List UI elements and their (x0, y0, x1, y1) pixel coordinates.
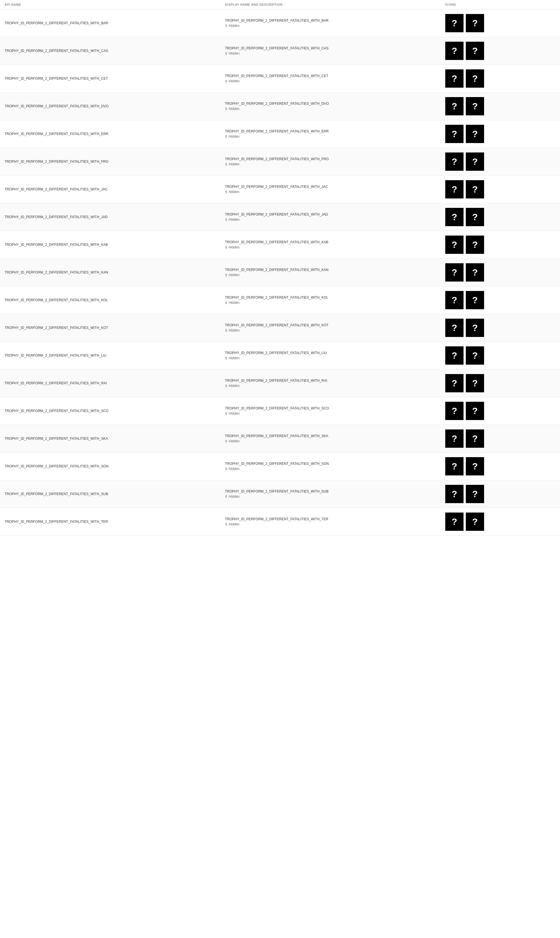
hidden-label: ⚴ Hidden. (225, 51, 442, 55)
hidden-label: ⚴ Hidden. (225, 134, 442, 139)
api-name-cell: TROPHY_ID_PERFORM_2_DIFFERENT_FATALITIES… (5, 381, 225, 385)
display-name-cell: TROPHY_ID_PERFORM_2_DIFFERENT_FATALITIES… (225, 296, 442, 300)
table-row: TROPHY_ID_PERFORM_2_DIFFERENT_FATALITIES… (0, 453, 560, 480)
icon-box-1: ? (445, 42, 463, 60)
icon-box-1: ? (445, 402, 463, 420)
hidden-label: ⚴ Hidden. (225, 328, 442, 333)
api-name-cell: TROPHY_ID_PERFORM_2_DIFFERENT_FATALITIES… (5, 21, 225, 25)
icon-box-1: ? (445, 208, 463, 226)
hidden-label: ⚴ Hidden. (225, 245, 442, 249)
table-row: TROPHY_ID_PERFORM_2_DIFFERENT_FATALITIES… (0, 370, 560, 397)
icon-box-2: ? (466, 457, 484, 476)
col-header-display: DISPLAY NAME AND DESCRIPTION (225, 3, 445, 6)
display-col: TROPHY_ID_PERFORM_2_DIFFERENT_FATALITIES… (225, 434, 445, 443)
display-col: TROPHY_ID_PERFORM_2_DIFFERENT_FATALITIES… (225, 517, 445, 526)
display-col: TROPHY_ID_PERFORM_2_DIFFERENT_FATALITIES… (225, 46, 445, 55)
icon-box-1: ? (445, 430, 463, 448)
hidden-icon: ⚴ (225, 356, 228, 360)
display-name-cell: TROPHY_ID_PERFORM_2_DIFFERENT_FATALITIES… (225, 268, 442, 272)
display-name-cell: TROPHY_ID_PERFORM_2_DIFFERENT_FATALITIES… (225, 406, 442, 410)
icon-box-1: ? (445, 69, 463, 88)
icon-box-2: ? (466, 402, 484, 420)
table-row: TROPHY_ID_PERFORM_2_DIFFERENT_FATALITIES… (0, 342, 560, 370)
icon-box-2: ? (466, 42, 484, 60)
hidden-icon: ⚴ (225, 217, 228, 222)
api-name-cell: TROPHY_ID_PERFORM_2_DIFFERENT_FATALITIES… (5, 437, 225, 441)
hidden-label: ⚴ Hidden. (225, 467, 442, 471)
hidden-text: Hidden. (229, 384, 240, 388)
icon-box-1: ? (445, 347, 463, 365)
display-name-cell: TROPHY_ID_PERFORM_2_DIFFERENT_FATALITIES… (225, 434, 442, 438)
hidden-text: Hidden. (229, 107, 240, 111)
hidden-icon: ⚴ (225, 190, 228, 194)
icons-col: ? ? (445, 347, 555, 365)
icon-box-2: ? (466, 263, 484, 282)
display-col: TROPHY_ID_PERFORM_2_DIFFERENT_FATALITIES… (225, 185, 445, 194)
api-name-cell: TROPHY_ID_PERFORM_2_DIFFERENT_FATALITIES… (5, 270, 225, 274)
hidden-label: ⚴ Hidden. (225, 494, 442, 499)
hidden-icon: ⚴ (225, 522, 228, 526)
icons-col: ? ? (445, 485, 555, 503)
icons-col: ? ? (445, 430, 555, 448)
icons-col: ? ? (445, 69, 555, 88)
hidden-text: Hidden. (229, 245, 240, 249)
hidden-text: Hidden. (229, 79, 240, 83)
icons-col: ? ? (445, 402, 555, 420)
table-row: TROPHY_ID_PERFORM_2_DIFFERENT_FATALITIES… (0, 425, 560, 453)
icon-box-1: ? (445, 457, 463, 476)
hidden-label: ⚴ Hidden. (225, 439, 442, 443)
icon-box-1: ? (445, 291, 463, 309)
hidden-text: Hidden. (229, 328, 240, 333)
icon-box-1: ? (445, 14, 463, 32)
hidden-text: Hidden. (229, 522, 240, 526)
icons-col: ? ? (445, 291, 555, 309)
table-row: TROPHY_ID_PERFORM_2_DIFFERENT_FATALITIES… (0, 259, 560, 286)
display-col: TROPHY_ID_PERFORM_2_DIFFERENT_FATALITIES… (225, 213, 445, 222)
icon-box-2: ? (466, 69, 484, 88)
icons-col: ? ? (445, 374, 555, 392)
api-name-cell: TROPHY_ID_PERFORM_2_DIFFERENT_FATALITIES… (5, 464, 225, 468)
icon-box-2: ? (466, 125, 484, 143)
hidden-text: Hidden. (229, 411, 240, 416)
display-name-cell: TROPHY_ID_PERFORM_2_DIFFERENT_FATALITIES… (225, 18, 442, 23)
display-name-cell: TROPHY_ID_PERFORM_2_DIFFERENT_FATALITIES… (225, 157, 442, 161)
display-name-cell: TROPHY_ID_PERFORM_2_DIFFERENT_FATALITIES… (225, 213, 442, 216)
display-col: TROPHY_ID_PERFORM_2_DIFFERENT_FATALITIES… (225, 157, 445, 166)
hidden-label: ⚴ Hidden. (225, 217, 442, 222)
api-name-cell: TROPHY_ID_PERFORM_2_DIFFERENT_FATALITIES… (5, 409, 225, 413)
icon-box-2: ? (466, 374, 484, 392)
hidden-text: Hidden. (229, 467, 240, 471)
table-row: TROPHY_ID_PERFORM_2_DIFFERENT_FATALITIES… (0, 92, 560, 120)
table-row: TROPHY_ID_PERFORM_2_DIFFERENT_FATALITIES… (0, 176, 560, 203)
table-row: TROPHY_ID_PERFORM_2_DIFFERENT_FATALITIES… (0, 480, 560, 508)
hidden-label: ⚴ Hidden. (225, 522, 442, 526)
table-row: TROPHY_ID_PERFORM_2_DIFFERENT_FATALITIES… (0, 203, 560, 231)
table-row: TROPHY_ID_PERFORM_2_DIFFERENT_FATALITIES… (0, 37, 560, 65)
display-col: TROPHY_ID_PERFORM_2_DIFFERENT_FATALITIES… (225, 406, 445, 416)
icon-box-2: ? (466, 347, 484, 365)
display-name-cell: TROPHY_ID_PERFORM_2_DIFFERENT_FATALITIES… (225, 74, 442, 78)
hidden-icon: ⚴ (225, 107, 228, 111)
hidden-icon: ⚴ (225, 467, 228, 471)
table-row: TROPHY_ID_PERFORM_2_DIFFERENT_FATALITIES… (0, 120, 560, 148)
icons-col: ? ? (445, 208, 555, 226)
hidden-label: ⚴ Hidden. (225, 384, 442, 388)
icon-box-2: ? (466, 14, 484, 32)
hidden-icon: ⚴ (225, 411, 228, 416)
display-col: TROPHY_ID_PERFORM_2_DIFFERENT_FATALITIES… (225, 268, 445, 277)
display-name-cell: TROPHY_ID_PERFORM_2_DIFFERENT_FATALITIES… (225, 490, 442, 493)
api-name-cell: TROPHY_ID_PERFORM_2_DIFFERENT_FATALITIES… (5, 492, 225, 496)
icon-box-1: ? (445, 374, 463, 392)
icon-box-1: ? (445, 236, 463, 254)
hidden-icon: ⚴ (225, 134, 228, 139)
icons-col: ? ? (445, 152, 555, 171)
table-row: TROPHY_ID_PERFORM_2_DIFFERENT_FATALITIES… (0, 65, 560, 92)
hidden-text: Hidden. (229, 217, 240, 222)
table-row: TROPHY_ID_PERFORM_2_DIFFERENT_FATALITIES… (0, 9, 560, 37)
icon-box-2: ? (466, 97, 484, 116)
display-name-cell: TROPHY_ID_PERFORM_2_DIFFERENT_FATALITIES… (225, 240, 442, 244)
hidden-text: Hidden. (229, 301, 240, 305)
api-name-cell: TROPHY_ID_PERFORM_2_DIFFERENT_FATALITIES… (5, 132, 225, 136)
icon-box-1: ? (445, 263, 463, 282)
display-name-cell: TROPHY_ID_PERFORM_2_DIFFERENT_FATALITIES… (225, 379, 442, 383)
